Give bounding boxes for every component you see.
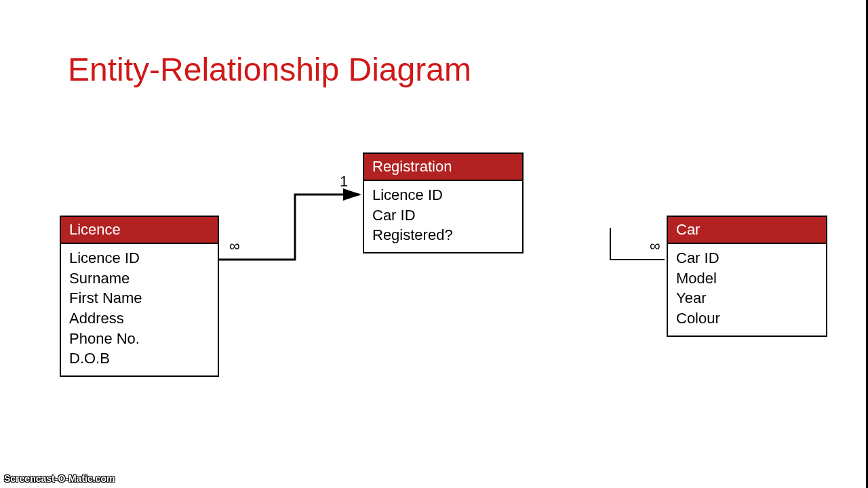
entity-licence-header: Licence (61, 217, 218, 244)
entity-attr: Address (69, 308, 210, 329)
entity-registration: Registration Licence ID Car ID Registere… (363, 152, 524, 253)
watermark: Screencast-O-Matic.com (4, 473, 115, 484)
entity-attr: Phone No. (69, 329, 210, 349)
entity-attr: Year (676, 288, 818, 308)
entity-registration-header: Registration (364, 154, 522, 181)
cardinality-car: ∞ (650, 237, 660, 255)
entity-attr: Registered? (372, 225, 514, 245)
entity-attr: Car ID (372, 205, 514, 226)
entity-attr: Car ID (676, 248, 818, 268)
entity-attr: Model (676, 268, 818, 289)
entity-registration-body: Licence ID Car ID Registered? (364, 181, 522, 252)
entity-licence: Licence Licence ID Surname First Name Ad… (60, 216, 219, 377)
cardinality-registration: 1 (340, 173, 348, 190)
entity-licence-body: Licence ID Surname First Name Address Ph… (61, 244, 218, 375)
cardinality-licence: ∞ (229, 237, 240, 255)
entity-car-header: Car (668, 217, 826, 244)
entity-attr: Surname (69, 268, 210, 289)
entity-attr: Licence ID (372, 185, 514, 205)
entity-attr: D.O.B (69, 348, 210, 369)
entity-attr: Licence ID (69, 248, 210, 268)
entity-car: Car Car ID Model Year Colour (667, 216, 827, 337)
slide-title: Entity-Relationship Diagram (68, 51, 471, 88)
entity-car-body: Car ID Model Year Colour (668, 244, 826, 336)
entity-attr: First Name (69, 288, 210, 308)
entity-attr: Colour (676, 308, 818, 329)
